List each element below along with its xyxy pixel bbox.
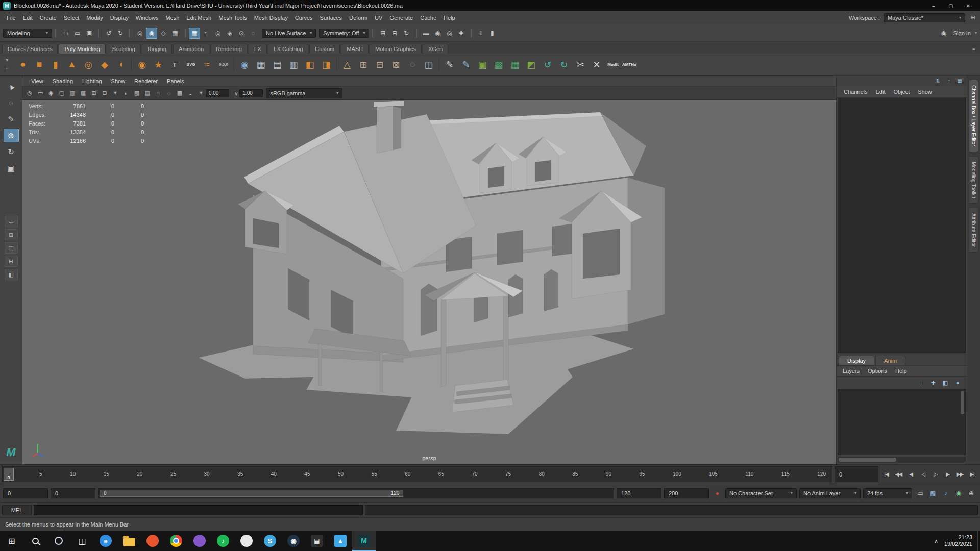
shelf-sphere-icon[interactable]: ●: [15, 57, 31, 73]
file-save-icon[interactable]: ▣: [84, 28, 95, 39]
shelf-boolean-difference-icon[interactable]: ⊠: [388, 57, 404, 73]
paint-select-tool[interactable]: ✎: [4, 112, 19, 126]
channel-box-list[interactable]: [838, 98, 966, 353]
viewport-toolbar-icon-11[interactable]: ▤: [142, 88, 153, 98]
playback-end-field[interactable]: 120: [617, 488, 662, 498]
gamma-field[interactable]: 1.00: [239, 89, 263, 97]
shelf-tab-rigging[interactable]: Rigging: [142, 44, 172, 54]
range-groove[interactable]: 0 120: [98, 488, 614, 498]
auto-key-icon[interactable]: ●: [712, 488, 723, 499]
menu-windows[interactable]: Windows: [132, 12, 162, 23]
workspace-dropdown[interactable]: Maya Classic* ▾: [884, 13, 965, 22]
fps-dropdown[interactable]: 24 fps ▾: [863, 488, 912, 498]
taskbar-app-media[interactable]: [188, 531, 211, 551]
shelf-remesh-icon[interactable]: ▦: [507, 57, 523, 73]
snap-point-icon[interactable]: ◎: [212, 28, 224, 39]
go-to-end-button[interactable]: ▶|: [966, 466, 978, 482]
time-slider-track[interactable]: 0510152025303540455055606570758085909510…: [2, 466, 832, 482]
layout-four-pane[interactable]: ⊞: [5, 229, 18, 240]
step-back-key-button[interactable]: ◀◀: [893, 466, 904, 482]
shelf-grid2-icon[interactable]: ▤: [270, 57, 285, 73]
menu-display[interactable]: Display: [107, 12, 132, 23]
menu-select[interactable]: Select: [60, 12, 83, 23]
step-forward-frame-button[interactable]: ▶: [942, 466, 953, 482]
select-component-icon[interactable]: ◇: [158, 28, 169, 39]
taskbar-app-edge[interactable]: e: [94, 531, 117, 551]
shelf-tab-curves-surfaces[interactable]: Curves / Surfaces: [2, 44, 58, 54]
select-tool[interactable]: ▲: [1, 77, 21, 96]
snap-grid-icon[interactable]: ▦: [189, 28, 200, 39]
live-surface-dropdown[interactable]: No Live Surface ▾: [262, 29, 316, 38]
shelf-disc-icon[interactable]: ◖: [113, 57, 129, 73]
shelf-construction-icon[interactable]: 0,0,0: [216, 57, 231, 73]
symmetry-dropdown[interactable]: Symmetry: Off ▾: [319, 29, 369, 38]
shelf-plane-icon[interactable]: ◆: [97, 57, 112, 73]
side-tab-attribute-editor[interactable]: Attribute Editor: [969, 208, 978, 253]
mel-label[interactable]: MEL: [2, 505, 32, 515]
animation-end-field[interactable]: 200: [664, 488, 709, 498]
task-view-button[interactable]: ◫: [70, 531, 94, 551]
sound-icon[interactable]: ♪: [940, 488, 951, 499]
shelf-quad-draw-icon[interactable]: ▣: [475, 57, 490, 73]
snap-plane-icon[interactable]: ◈: [224, 28, 235, 39]
command-input[interactable]: [34, 505, 363, 515]
layout-hypershade[interactable]: ◧: [5, 269, 18, 280]
shelf-sculpt-icon[interactable]: ✎: [458, 57, 474, 73]
colorspace-dropdown[interactable]: sRGB gamma ▾: [266, 88, 342, 98]
panel-menu-view[interactable]: View: [27, 77, 48, 86]
menu-set-dropdown[interactable]: Modeling ▾: [3, 29, 52, 38]
layer-menu-options[interactable]: Options: [864, 366, 891, 375]
viewport-toolbar-icon-8[interactable]: ☀: [110, 88, 120, 98]
shelf-tab-animation[interactable]: Animation: [173, 44, 209, 54]
rotate-tool[interactable]: ↻: [4, 145, 19, 159]
shelf-tab-fx-caching[interactable]: FX Caching: [268, 44, 308, 54]
menu-surfaces[interactable]: Surfaces: [316, 12, 346, 23]
file-open-icon[interactable]: ▭: [72, 28, 83, 39]
snap-curve-icon[interactable]: ≈: [201, 28, 212, 39]
render-current-icon[interactable]: ◉: [432, 28, 443, 39]
character-set-dropdown[interactable]: No Character Set ▾: [725, 488, 797, 498]
workspace-grid-icon[interactable]: ⊞: [969, 14, 977, 22]
taskbar-app-notes[interactable]: ▤: [305, 531, 329, 551]
construction-history-icon[interactable]: ↻: [401, 28, 412, 39]
horizontal-scrollbar[interactable]: [838, 457, 966, 463]
layer-menu-help[interactable]: Help: [891, 366, 911, 375]
shelf-combine-icon[interactable]: ⊞: [356, 57, 371, 73]
taskbar-app-chrome[interactable]: [164, 531, 188, 551]
panel-menu-lighting[interactable]: Lighting: [78, 77, 107, 86]
shelf-cylinder-icon[interactable]: ▮: [48, 57, 63, 73]
layout-two-stacked[interactable]: ⊟: [5, 256, 18, 267]
undo-icon[interactable]: ↺: [103, 28, 114, 39]
pause-icon[interactable]: ‖: [475, 28, 486, 39]
panel-menu-panels[interactable]: Panels: [162, 77, 189, 86]
shelf-grid1-icon[interactable]: ▦: [253, 57, 268, 73]
viewport-toolbar-icon-3[interactable]: ▢: [57, 88, 67, 98]
shelf-multicut-icon[interactable]: ✂: [573, 57, 588, 73]
viewport-toolbar-icon-7[interactable]: ⊟: [100, 88, 110, 98]
scale-tool[interactable]: ▣: [4, 161, 19, 175]
layer-options-icon[interactable]: ●: [952, 378, 963, 387]
ipr-render-icon[interactable]: ◎: [444, 28, 455, 39]
menu-mesh-display[interactable]: Mesh Display: [251, 12, 291, 23]
shelf-tab-mash[interactable]: MASH: [341, 44, 369, 54]
viewport-toolbar-icon-9[interactable]: ◐: [121, 88, 131, 98]
tray-chevron-icon[interactable]: ∧: [935, 538, 938, 544]
channel-menu-edit[interactable]: Edit: [871, 87, 889, 97]
viewport-toolbar-icon-15[interactable]: ◒: [185, 88, 195, 98]
group-collapser[interactable]: [129, 29, 131, 38]
move-tool[interactable]: ⊕: [4, 129, 19, 142]
playhead[interactable]: 0: [4, 468, 14, 481]
menu-mesh-tools[interactable]: Mesh Tools: [215, 12, 250, 23]
step-forward-key-button[interactable]: ▶▶: [954, 466, 966, 482]
shelf-tab-fx[interactable]: FX: [249, 44, 267, 54]
layer-new-icon[interactable]: ✚: [928, 378, 938, 387]
shelf-mirror-icon[interactable]: ◫: [421, 57, 436, 73]
shelf-delete-edge-icon[interactable]: ✕: [589, 57, 604, 73]
layer-scrollbar[interactable]: [961, 391, 964, 414]
select-highlight-icon[interactable]: ▦: [169, 28, 181, 39]
current-frame-field[interactable]: 0: [835, 466, 878, 482]
viewport-toolbar-icon-10[interactable]: ▧: [132, 88, 142, 98]
shelf-grid3-icon[interactable]: ▥: [286, 57, 301, 73]
viewport-toolbar-icon-12[interactable]: ≈: [153, 88, 163, 98]
panel-menu-shading[interactable]: Shading: [48, 77, 78, 86]
